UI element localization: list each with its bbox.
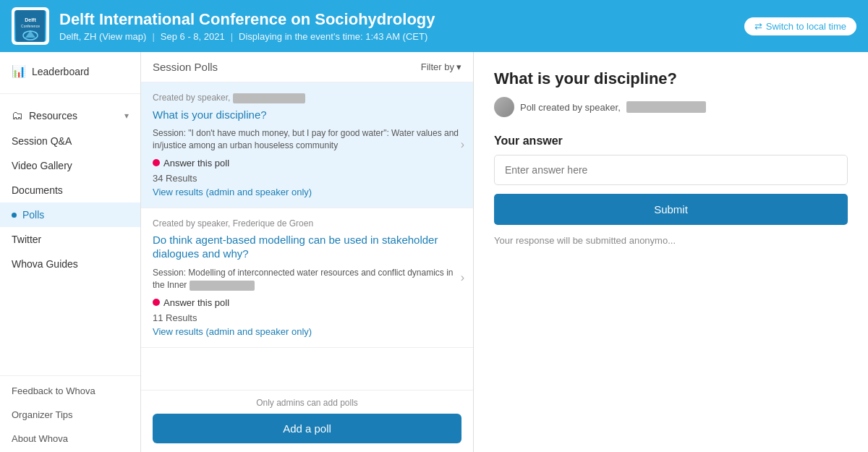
- poll-1-creator-blur: [233, 93, 305, 103]
- sidebar-item-documents[interactable]: Documents: [0, 178, 140, 202]
- poll-2-creator: Created by speaker, Frederique de Groen: [153, 218, 461, 229]
- sidebar-item-about-whova[interactable]: About Whova: [0, 427, 140, 451]
- sidebar-item-polls[interactable]: Polls: [0, 202, 140, 227]
- main-layout: 📊 Leaderboard 🗂 Resources ▾ Session Q&A …: [0, 52, 868, 452]
- documents-label: Documents: [12, 184, 63, 196]
- sidebar-bottom: Feedback to Whova Organizer Tips About W…: [0, 375, 140, 452]
- add-poll-section: Only admins can add polls Add a poll: [141, 390, 473, 452]
- add-poll-button[interactable]: Add a poll: [153, 414, 461, 443]
- feedback-label: Feedback to Whova: [12, 385, 95, 396]
- header-divider2: |: [231, 31, 233, 42]
- poll-list-body: Created by speaker, What is your discipl…: [141, 82, 473, 390]
- anon-note: Your response will be submitted anonymo.…: [494, 235, 848, 246]
- whova-guides-label: Whova Guides: [12, 258, 78, 270]
- admins-note: Only admins can add polls: [153, 398, 461, 408]
- switch-icon: ⇄: [754, 21, 762, 32]
- poll-list-title: Session Polls: [153, 61, 218, 73]
- poll-item-1[interactable]: Created by speaker, What is your discipl…: [141, 82, 473, 208]
- sidebar-item-whova-guides[interactable]: Whova Guides: [0, 252, 140, 276]
- poll-2-view-results[interactable]: View results (admin and speaker only): [153, 326, 461, 337]
- resources-icon: 🗂: [12, 109, 23, 122]
- sidebar-divider1: [0, 93, 140, 94]
- answer-dot-1: [153, 159, 160, 166]
- poll-detail-creator-name: [626, 101, 706, 113]
- answer-input[interactable]: [494, 155, 848, 185]
- submit-button[interactable]: Submit: [494, 194, 848, 225]
- poll-1-created-label: Created by speaker,: [153, 93, 230, 103]
- creator-avatar: [494, 97, 514, 117]
- poll-1-view-results[interactable]: View results (admin and speaker only): [153, 187, 461, 197]
- switch-time-button[interactable]: ⇄ Switch to local time: [744, 17, 856, 35]
- poll-1-results-count: 34 Results: [153, 173, 461, 184]
- poll-detail-creator-prefix: Poll created by speaker,: [520, 102, 621, 113]
- poll-1-session: Session: "I don't have much money, but I…: [153, 127, 461, 152]
- poll-2-answer-badge: Answer this poll: [153, 297, 461, 308]
- sidebar-resources-section: 🗂 Resources ▾ Session Q&A Video Gallery …: [0, 97, 140, 282]
- sidebar-leaderboard-section: 📊 Leaderboard: [0, 52, 140, 90]
- header-divider: |: [152, 31, 154, 42]
- poll-2-results-count: 11 Results: [153, 312, 461, 323]
- sidebar-item-organizer-tips[interactable]: Organizer Tips: [0, 403, 140, 427]
- answer-dot-2: [153, 299, 160, 306]
- sidebar-item-leaderboard[interactable]: 📊 Leaderboard: [0, 58, 140, 85]
- filter-chevron-icon: ▾: [456, 61, 461, 72]
- sidebar: 📊 Leaderboard 🗂 Resources ▾ Session Q&A …: [0, 52, 141, 452]
- poll-1-answer-label: Answer this poll: [163, 158, 229, 169]
- poll-1-creator: Created by speaker,: [153, 93, 461, 103]
- twitter-label: Twitter: [12, 234, 41, 245]
- displaying-time: Displaying in the event's time: 1:43 AM …: [239, 31, 427, 42]
- poll-2-question: Do think agent-based modelling can be us…: [153, 233, 461, 261]
- about-whova-label: About Whova: [12, 433, 68, 444]
- svg-text:Conference: Conference: [21, 24, 40, 28]
- organizer-tips-label: Organizer Tips: [12, 409, 73, 420]
- sidebar-item-feedback[interactable]: Feedback to Whova: [0, 379, 140, 403]
- resources-chevron: ▾: [124, 111, 129, 121]
- resources-label: Resources: [29, 110, 77, 121]
- polls-dot: [12, 213, 17, 218]
- poll-1-answer-badge: Answer this poll: [153, 158, 461, 169]
- conference-date: Sep 6 - 8, 2021: [161, 31, 225, 42]
- session-qa-label: Session Q&A: [12, 135, 72, 147]
- conference-location: Delft, ZH (View map): [59, 31, 146, 42]
- header-info: Delft International Conference on Socioh…: [59, 10, 734, 42]
- content-area: Session Polls Filter by ▾ Created by spe…: [141, 52, 868, 452]
- sidebar-item-resources[interactable]: 🗂 Resources ▾: [0, 103, 140, 129]
- poll-list-header: Session Polls Filter by ▾: [141, 52, 473, 82]
- poll-2-chevron: ›: [461, 271, 464, 284]
- sidebar-item-video-gallery[interactable]: Video Gallery: [0, 153, 140, 178]
- polls-label: Polls: [22, 209, 44, 221]
- poll-detail-panel: What is your discipline? Poll created by…: [474, 52, 868, 452]
- poll-2-created-label: Created by speaker, Frederique de Groen: [153, 218, 313, 229]
- logo-graphic: Delft Conference: [14, 10, 46, 42]
- filter-btn-label: Filter by: [421, 61, 454, 72]
- poll-detail-title: What is your discipline?: [494, 69, 848, 88]
- your-answer-label: Your answer: [494, 135, 848, 148]
- poll-detail-creator: Poll created by speaker,: [494, 97, 848, 117]
- poll-1-chevron: ›: [461, 138, 464, 151]
- svg-text:Delft: Delft: [25, 17, 36, 22]
- conference-title: Delft International Conference on Socioh…: [59, 10, 734, 29]
- poll-2-session: Session: Modelling of interconnected wat…: [153, 267, 461, 291]
- poll-list-panel: Session Polls Filter by ▾ Created by spe…: [141, 52, 474, 452]
- conference-sub: Delft, ZH (View map) | Sep 6 - 8, 2021 |…: [59, 31, 734, 42]
- poll-2-answer-label: Answer this poll: [163, 297, 229, 308]
- conference-logo: Delft Conference: [12, 7, 49, 45]
- poll-item-2[interactable]: Created by speaker, Frederique de Groen …: [141, 208, 473, 348]
- switch-btn-label: Switch to local time: [766, 21, 846, 32]
- video-gallery-label: Video Gallery: [12, 160, 72, 171]
- app-header: Delft Conference Delft International Con…: [0, 0, 868, 52]
- poll-1-question: What is your discipline?: [153, 108, 461, 122]
- leaderboard-icon: 📊: [12, 64, 26, 78]
- leaderboard-label: Leaderboard: [32, 66, 89, 77]
- sidebar-item-twitter[interactable]: Twitter: [0, 227, 140, 252]
- poll-2-session-blur: [190, 281, 255, 291]
- filter-button[interactable]: Filter by ▾: [421, 61, 461, 72]
- sidebar-item-session-qa[interactable]: Session Q&A: [0, 129, 140, 153]
